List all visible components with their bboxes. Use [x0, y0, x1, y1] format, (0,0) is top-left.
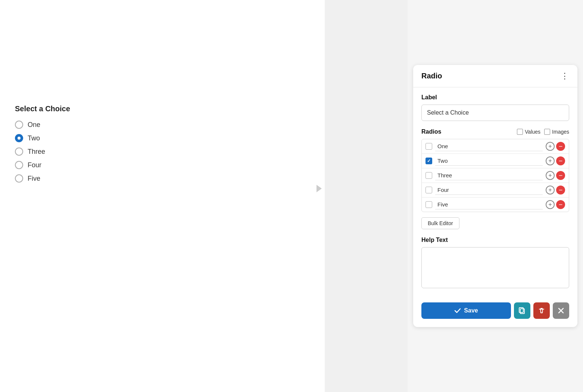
add-icon-four[interactable]: + [546, 186, 555, 195]
row-checkbox-four[interactable] [425, 187, 432, 193]
remove-icon-three[interactable]: − [556, 171, 565, 180]
images-label-text: Images [552, 129, 569, 135]
row-checkbox-one[interactable] [425, 143, 432, 150]
preview-title: Select a Choice [15, 105, 302, 113]
add-icon-three[interactable]: + [546, 171, 555, 180]
remove-icon-one[interactable]: − [556, 142, 565, 151]
radio-item-one[interactable]: One [15, 121, 302, 129]
svg-rect-1 [519, 308, 523, 312]
row-actions-three: + − [546, 171, 565, 180]
row-input-one[interactable] [435, 141, 543, 151]
row-input-five[interactable] [435, 200, 543, 209]
save-button[interactable]: Save [421, 302, 511, 319]
row-actions-five: + − [546, 200, 565, 209]
radio-circle-three [15, 147, 23, 156]
values-checkbox[interactable] [517, 129, 523, 135]
copy-icon [518, 307, 526, 314]
row-input-two[interactable] [435, 156, 543, 166]
radio-circle-five [15, 174, 23, 183]
right-panel: Radio ⋮ Label Radios Values Images [408, 0, 583, 392]
radio-circle-four [15, 161, 23, 169]
trash-icon [538, 307, 545, 314]
check-icon [454, 307, 461, 314]
radio-item-three[interactable]: Three [15, 147, 302, 156]
table-row: + − [422, 197, 569, 212]
row-checkbox-two[interactable] [425, 158, 432, 164]
radios-section-title: Radios [421, 128, 513, 135]
panel-header: Radio ⋮ [413, 65, 577, 87]
save-label: Save [464, 307, 478, 314]
row-checkbox-five[interactable] [425, 201, 432, 208]
radio-item-two[interactable]: Two [15, 134, 302, 142]
help-text-section-title: Help Text [421, 237, 569, 243]
panel-body: Label Radios Values Images [413, 87, 577, 302]
radio-label-four: Four [28, 161, 41, 169]
remove-icon-five[interactable]: − [556, 200, 565, 209]
values-label-text: Values [525, 129, 540, 135]
values-checkbox-label[interactable]: Values [517, 129, 540, 135]
row-actions-one: + − [546, 142, 565, 151]
radio-label-two: Two [28, 134, 40, 142]
radio-label-one: One [28, 121, 40, 129]
radio-label-three: Three [28, 148, 45, 156]
radio-circle-one [15, 121, 23, 129]
more-options-icon[interactable]: ⋮ [561, 72, 569, 80]
delete-button[interactable] [533, 302, 550, 319]
label-input[interactable] [421, 105, 569, 121]
radio-label-five: Five [28, 175, 40, 183]
row-input-three[interactable] [435, 171, 543, 180]
images-checkbox-label[interactable]: Images [544, 129, 569, 135]
panel-card: Radio ⋮ Label Radios Values Images [413, 65, 577, 327]
add-icon-two[interactable]: + [546, 156, 555, 165]
close-button[interactable] [553, 302, 569, 319]
row-actions-four: + − [546, 186, 565, 195]
row-checkbox-three[interactable] [425, 172, 432, 179]
remove-icon-four[interactable]: − [556, 186, 565, 195]
row-actions-two: + − [546, 156, 565, 165]
radio-circle-two [15, 134, 23, 142]
radio-list: One Two Three Four Five [15, 121, 302, 183]
table-row: + − [422, 154, 569, 168]
add-icon-one[interactable]: + [546, 142, 555, 151]
panel-title: Radio [421, 72, 442, 80]
images-checkbox[interactable] [544, 129, 550, 135]
radio-item-four[interactable]: Four [15, 161, 302, 169]
help-text-input[interactable] [421, 247, 569, 288]
radio-item-five[interactable]: Five [15, 174, 302, 183]
close-icon [558, 307, 564, 314]
panel-footer: Save [413, 302, 577, 327]
copy-button[interactable] [514, 302, 530, 319]
arrow-connector [314, 183, 325, 194]
add-icon-five[interactable]: + [546, 200, 555, 209]
remove-icon-two[interactable]: − [556, 156, 565, 165]
row-input-four[interactable] [435, 185, 543, 195]
svg-rect-0 [520, 309, 524, 314]
table-row: + − [422, 139, 569, 154]
label-section-title: Label [421, 94, 569, 101]
bulk-editor-button[interactable]: Bulk Editor [421, 217, 459, 229]
table-row: + − [422, 183, 569, 197]
radios-table: + − + − [421, 139, 569, 212]
radios-header: Radios Values Images [421, 128, 569, 135]
table-row: + − [422, 168, 569, 183]
preview-area: Select a Choice One Two Three Four Five [0, 0, 325, 392]
